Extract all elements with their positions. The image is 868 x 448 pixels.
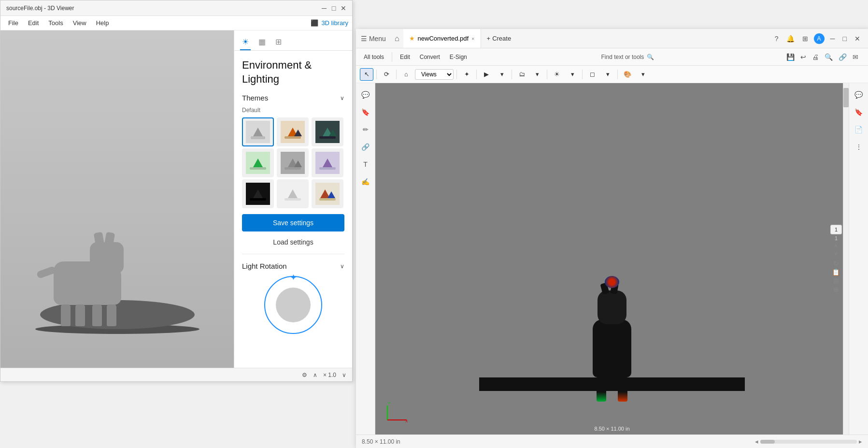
theme-item-2[interactable] bbox=[277, 117, 309, 146]
pdf-convert-button[interactable]: Convert bbox=[416, 52, 444, 62]
menu-help[interactable]: Help bbox=[92, 17, 113, 29]
pdf-scrollbar-thumb[interactable] bbox=[843, 88, 849, 107]
menu-file[interactable]: File bbox=[4, 17, 22, 29]
pdf-maximize-button[interactable]: □ bbox=[841, 33, 849, 44]
theme-item-5[interactable] bbox=[277, 148, 309, 177]
pdf-sidebar-comment-tool[interactable]: 💬 bbox=[851, 87, 867, 102]
pdf-mail-button[interactable]: ✉ bbox=[851, 51, 860, 63]
3d-library-link[interactable]: ⬛ 3D library bbox=[311, 19, 348, 27]
pdf-page-up-button[interactable]: ∧ bbox=[834, 242, 838, 249]
pdf-refresh-button[interactable]: ↻ bbox=[833, 260, 839, 267]
pdf-sidebar-more-tool[interactable]: ⋮ bbox=[851, 139, 867, 155]
pdf-left-comment-tool[interactable]: 💬 bbox=[358, 87, 373, 102]
pdf-3d-bg-dropdown[interactable]: ▾ bbox=[636, 68, 650, 81]
pdf-close-button[interactable]: ✕ bbox=[853, 33, 862, 44]
pdf-save-button[interactable]: 💾 bbox=[784, 51, 797, 63]
pdf-canvas[interactable]: Y X 8.50 × 11.00 in 1 1 ∧ ∨ ↻ 📋 ⊞ ⊕ bbox=[375, 83, 849, 434]
pdf-vertical-scrollbar[interactable] bbox=[843, 83, 849, 434]
pdf-ground-platform bbox=[479, 377, 745, 391]
pdf-zoom-button[interactable]: 🔍 bbox=[823, 51, 835, 63]
pdf-horizontal-scroll: ◂ ▸ bbox=[755, 438, 862, 445]
theme-item-4[interactable] bbox=[242, 148, 274, 177]
pdf-help-button[interactable]: ? bbox=[773, 33, 781, 44]
pdf-h-scrollbar[interactable] bbox=[760, 440, 857, 444]
pdf-h-scroll-thumb[interactable] bbox=[760, 440, 775, 444]
pdf-3d-select-tool[interactable]: ↖ bbox=[360, 68, 373, 81]
menu-view[interactable]: View bbox=[69, 17, 90, 29]
pdf-esign-button[interactable]: E-Sign bbox=[446, 52, 471, 62]
pdf-new-tab-button[interactable]: + Create bbox=[481, 29, 517, 48]
theme-item-1[interactable] bbox=[242, 117, 274, 146]
pdf-left-draw-tool[interactable]: ✏ bbox=[358, 122, 373, 137]
pdf-print-button[interactable]: 🖨 bbox=[810, 51, 821, 63]
viewer-minimize-button[interactable]: ─ bbox=[321, 5, 327, 11]
pdf-apps-button[interactable]: ⊞ bbox=[800, 33, 810, 44]
pdf-clipboard-button[interactable]: 📋 bbox=[832, 268, 840, 276]
light-dial[interactable]: ✦ bbox=[264, 276, 322, 334]
svg-rect-26 bbox=[285, 198, 301, 201]
pdf-3d-model-tree-tool[interactable]: 🗂 bbox=[515, 68, 528, 81]
theme-item-7[interactable] bbox=[242, 179, 274, 208]
env-tab-grid[interactable]: ⊞ bbox=[273, 34, 284, 50]
pdf-3d-play-dropdown[interactable]: ▾ bbox=[495, 68, 509, 81]
viewer-window: sourceFile.obj - 3D Viewer ─ □ ✕ File Ed… bbox=[0, 0, 353, 382]
pdf-tab-close-button[interactable]: × bbox=[471, 36, 474, 42]
pdf-link-button[interactable]: 🔗 bbox=[837, 51, 849, 63]
sun-icon: ✦ bbox=[290, 272, 297, 283]
pdf-page-down-button[interactable]: ∨ bbox=[834, 250, 838, 257]
pdf-left-sign-tool[interactable]: ✍ bbox=[358, 174, 373, 189]
pdf-3d-orbit-tool[interactable]: ⟳ bbox=[380, 68, 393, 81]
env-tab-lighting[interactable]: ☀ bbox=[240, 34, 251, 50]
env-tab-scene[interactable]: ▦ bbox=[256, 34, 268, 50]
pdf-toolbar-actions: 💾 ↩ 🖨 🔍 🔗 ✉ bbox=[784, 51, 864, 63]
svg-text:X: X bbox=[405, 419, 408, 423]
themes-section-header[interactable]: Themes ∨ bbox=[242, 94, 344, 102]
pdf-3d-views-dropdown[interactable]: Views bbox=[415, 69, 454, 80]
pdf-minimize-button[interactable]: ─ bbox=[828, 33, 837, 44]
pdf-left-text-tool[interactable]: T bbox=[358, 157, 373, 172]
pdf-left-link-tool[interactable]: 🔗 bbox=[358, 139, 373, 155]
pdf-3d-bg-tool[interactable]: 🎨 bbox=[621, 68, 634, 81]
menu-tools[interactable]: Tools bbox=[44, 17, 67, 29]
pdf-3d-lighting-tool[interactable]: ☀ bbox=[550, 68, 564, 81]
pdf-sidebar-bookmark-tool[interactable]: 🔖 bbox=[851, 104, 867, 120]
pdf-all-tools-button[interactable]: All tools bbox=[360, 52, 388, 62]
pdf-notifications-button[interactable]: 🔔 bbox=[784, 33, 797, 44]
pdf-find-icon[interactable]: 🔍 bbox=[647, 54, 654, 60]
pdf-zoom-in-button[interactable]: ⊕ bbox=[833, 286, 839, 293]
load-settings-button[interactable]: Load settings bbox=[242, 234, 344, 250]
pdf-tab-newconverted[interactable]: ★ newConverted.pdf × bbox=[403, 29, 481, 48]
pdf-scroll-right-button[interactable]: ▸ bbox=[859, 438, 862, 445]
light-rotation-header[interactable]: Light Rotation ∨ bbox=[242, 262, 344, 270]
theme-item-9[interactable] bbox=[312, 179, 343, 208]
pdf-3d-lighting-dropdown[interactable]: ▾ bbox=[566, 68, 579, 81]
light-dial-sphere bbox=[276, 288, 311, 322]
theme-item-3[interactable] bbox=[312, 117, 343, 146]
3d-viewport[interactable] bbox=[0, 30, 234, 368]
viewer-close-button[interactable]: ✕ bbox=[341, 5, 346, 11]
pdf-sidebar-pages-tool[interactable]: 📄 bbox=[851, 122, 867, 137]
pdf-left-stamp-tool[interactable]: 🔖 bbox=[358, 104, 373, 120]
viewer-maximize-button[interactable]: □ bbox=[331, 5, 337, 11]
pdf-3d-model-tree-dropdown[interactable]: ▾ bbox=[530, 68, 544, 81]
pdf-undo-button[interactable]: ↩ bbox=[798, 51, 808, 63]
pdf-3d-play-tool[interactable]: ▶ bbox=[480, 68, 493, 81]
pdf-grid-button[interactable]: ⊞ bbox=[833, 277, 839, 285]
pdf-3d-explode-tool[interactable]: ✦ bbox=[460, 68, 473, 81]
pdf-edit-button[interactable]: Edit bbox=[396, 52, 414, 62]
save-settings-button[interactable]: Save settings bbox=[242, 214, 344, 231]
pdf-3d-render-tool[interactable]: ◻ bbox=[585, 68, 599, 81]
pdf-home-button[interactable]: ⌂ bbox=[391, 29, 403, 48]
pdf-scroll-left-button[interactable]: ◂ bbox=[755, 438, 758, 445]
menu-edit[interactable]: Edit bbox=[24, 17, 43, 29]
theme-item-8[interactable] bbox=[277, 179, 309, 208]
pdf-3d-render-dropdown[interactable]: ▾ bbox=[601, 68, 614, 81]
pdf-menu-button[interactable]: ☰ Menu bbox=[356, 29, 391, 48]
theme-item-6[interactable] bbox=[312, 148, 343, 177]
viewer-zoom-up-icon[interactable]: ∧ bbox=[313, 372, 317, 378]
viewer-zoom-down-icon[interactable]: ∨ bbox=[342, 372, 346, 378]
pdf-user-avatar[interactable]: A bbox=[814, 33, 825, 44]
pdf-3d-home-tool[interactable]: ⌂ bbox=[399, 68, 413, 81]
viewer-multiplier: × 1.0 bbox=[323, 372, 336, 378]
theme-preview-3 bbox=[315, 121, 340, 143]
